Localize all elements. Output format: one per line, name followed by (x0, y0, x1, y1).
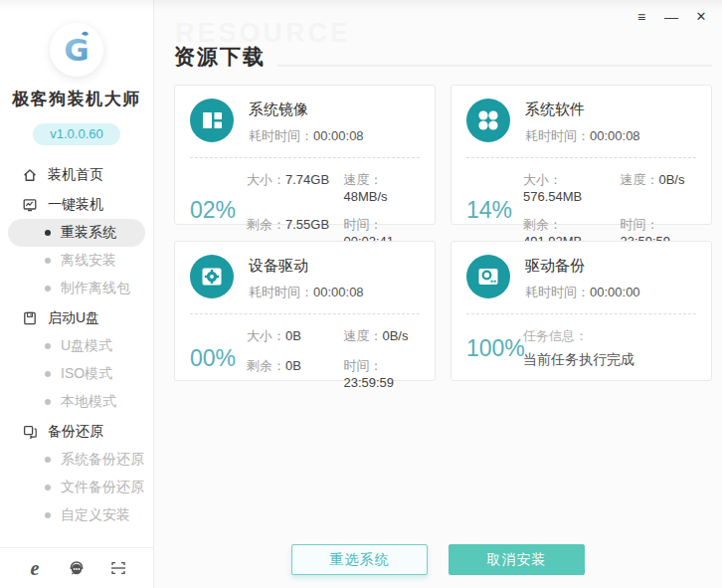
windows-image-icon (190, 98, 234, 142)
task-info: 任务信息： 当前任务执行完成 (523, 327, 696, 369)
card-driver-backup: 驱动备份 耗时时间：00:00:00 100% 任务信息： 当前任务执行完成 (451, 241, 712, 381)
task-info-label: 任务信息： (523, 327, 696, 345)
sidebar: G 极客狗装机大师 v1.0.0.60 装机首页 一键装机 重装系统 离线安装 … (0, 0, 154, 588)
sidebar-item-backup-restore[interactable]: 备份还原 (0, 418, 153, 446)
sidebar-item-usb-mode[interactable]: U盘模式 (0, 332, 153, 360)
card-stats: 大小：0B 速度：0B/s 剩余：0B 时间：23:59:59 (247, 327, 420, 390)
download-cards: 系统镜像 耗时时间：00:00:08 02% 大小：7.74GB 速度：48MB… (174, 85, 722, 381)
dog-g-logo-icon: G (50, 23, 103, 77)
progress-percent: 02% (190, 197, 247, 224)
customer-service-icon[interactable] (66, 557, 88, 579)
sidebar-item-custom-install[interactable]: 自定义安装 (0, 501, 153, 529)
bullet-icon (45, 399, 51, 405)
bullet-icon (45, 512, 51, 518)
app-logo: G (50, 23, 103, 77)
sidebar-item-home[interactable]: 装机首页 (0, 161, 153, 189)
stat-speed: 速度：48MB/s (343, 171, 420, 204)
card-system-image: 系统镜像 耗时时间：00:00:08 02% 大小：7.74GB 速度：48MB… (174, 85, 436, 225)
card-stats: 大小：7.74GB 速度：48MB/s 剩余：7.55GB 时间：00:02:4… (247, 171, 420, 249)
divider (466, 157, 696, 158)
reselect-system-button[interactable]: 重选系统 (291, 544, 428, 575)
bullet-icon (45, 371, 51, 377)
stat-size: 大小：0B (247, 327, 343, 345)
minimize-icon[interactable]: — (660, 7, 682, 27)
stat-size: 大小：7.74GB (247, 171, 343, 204)
sidebar-item-file-backup-restore[interactable]: 文件备份还原 (0, 474, 153, 501)
sidebar-item-offline-install[interactable]: 离线安装 (0, 247, 153, 275)
usb-disk-icon (22, 310, 38, 326)
device-driver-icon (190, 255, 234, 298)
close-icon[interactable]: ✕ (690, 7, 712, 27)
bullet-icon (45, 286, 51, 292)
elapsed-time: 耗时时间：00:00:08 (525, 127, 640, 145)
stat-speed: 速度：0B/s (343, 327, 420, 345)
stat-time: 时间：23:59:59 (343, 357, 420, 390)
sidebar-item-local-mode[interactable]: 本地模式 (0, 388, 153, 416)
footer-buttons: 重选系统 取消安装 (154, 544, 722, 575)
task-info-value: 当前任务执行完成 (523, 351, 696, 369)
main-panel: RESOURCE 资源下载 系统镜像 耗时时间：00:00:08 (154, 0, 722, 588)
monitor-chart-icon (22, 197, 38, 213)
card-device-driver: 设备驱动 耗时时间：00:00:08 00% 大小：0B 速度：0B/s 剩余：… (174, 241, 436, 381)
svg-text:G: G (64, 32, 89, 68)
card-title: 系统软件 (525, 100, 640, 119)
stat-size: 大小：576.54MB (523, 171, 620, 204)
bullet-icon (45, 457, 51, 463)
bullet-icon (45, 230, 51, 236)
sidebar-item-boot-usb[interactable]: 启动U盘 (0, 304, 153, 332)
scan-qr-icon[interactable] (107, 557, 129, 579)
version-badge: v1.0.0.60 (33, 123, 120, 145)
app-name: 极客狗装机大师 (0, 88, 153, 110)
sidebar-item-onekey-install[interactable]: 一键装机 (0, 191, 153, 219)
stat-speed: 速度：0B/s (620, 171, 696, 204)
home-icon (22, 167, 38, 183)
page-header: RESOURCE 资源下载 (174, 33, 712, 71)
ie-browser-icon[interactable]: e (24, 557, 46, 579)
window-controls: ≡ — ✕ (631, 7, 712, 27)
elapsed-time: 耗时时间：00:00:08 (249, 127, 364, 145)
elapsed-time: 耗时时间：00:00:00 (525, 284, 640, 301)
progress-percent: 00% (190, 345, 247, 372)
progress-percent: 14% (466, 197, 523, 224)
divider (466, 313, 696, 314)
title-underline (277, 65, 712, 67)
bullet-icon (45, 343, 51, 349)
stat-remaining: 剩余：0B (247, 357, 343, 390)
page-title: 资源下载 (174, 43, 266, 71)
progress-percent: 100% (466, 335, 523, 362)
sidebar-item-reinstall-system[interactable]: 重装系统 (8, 219, 145, 247)
elapsed-time: 耗时时间：00:00:08 (249, 284, 364, 301)
divider (190, 157, 420, 158)
card-title: 驱动备份 (525, 257, 640, 276)
sidebar-item-iso-mode[interactable]: ISO模式 (0, 360, 153, 388)
software-apps-icon (466, 98, 510, 142)
backup-restore-icon (22, 424, 38, 440)
divider (190, 313, 420, 314)
bullet-icon (45, 258, 51, 264)
sidebar-item-make-offline-pack[interactable]: 制作离线包 (0, 275, 153, 302)
sidebar-item-system-backup-restore[interactable]: 系统备份还原 (0, 446, 153, 474)
sidebar-menu: 装机首页 一键装机 重装系统 离线安装 制作离线包 启动U盘 U盘模式 ISO (0, 161, 153, 529)
cancel-install-button[interactable]: 取消安装 (449, 544, 585, 575)
menu-icon[interactable]: ≡ (631, 7, 652, 27)
sidebar-footer: e (0, 547, 153, 588)
drive-backup-icon (466, 255, 510, 298)
card-system-software: 系统软件 耗时时间：00:00:08 14% 大小：576.54MB 速度：0B… (451, 85, 712, 225)
card-title: 系统镜像 (249, 100, 364, 119)
card-stats: 大小：576.54MB 速度：0B/s 剩余：491.92MB 时间：23:59… (523, 171, 696, 249)
bullet-icon (45, 485, 51, 490)
card-title: 设备驱动 (249, 257, 364, 276)
